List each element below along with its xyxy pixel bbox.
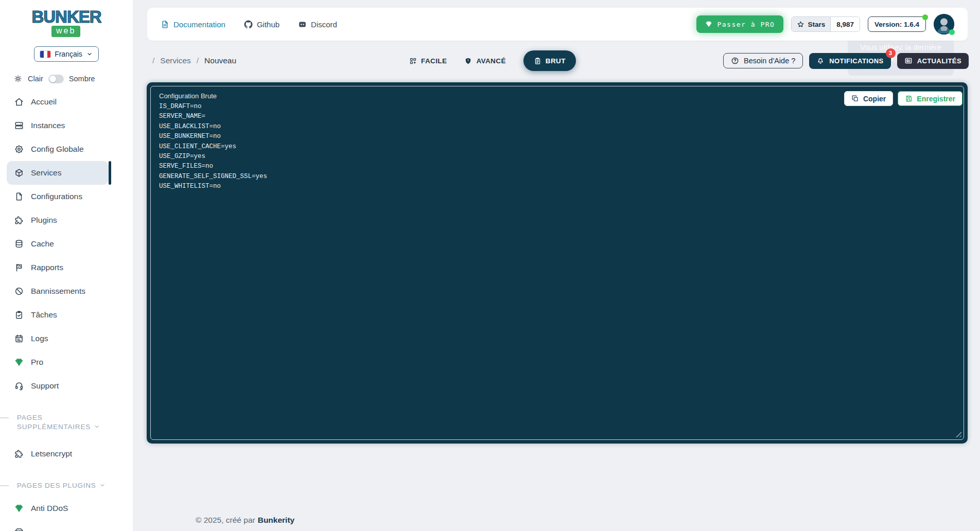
sidebar-item-config-globale[interactable]: Config Globale <box>0 137 133 161</box>
sidebar-item-label: Configurations <box>31 192 82 201</box>
sidebar-item-instances[interactable]: Instances <box>0 114 133 137</box>
discord-icon <box>298 20 307 29</box>
chevron-down-icon <box>94 423 100 430</box>
copyright: © 2025, créé parBunkerity <box>196 516 294 525</box>
save-icon <box>905 95 913 102</box>
theme-switch[interactable] <box>48 75 64 83</box>
header-link-discord[interactable]: Discord <box>298 20 337 29</box>
sidebar-item-letsencrypt[interactable]: Letsencrypt <box>0 442 133 466</box>
github-stars-widget[interactable]: Stars 8,987 <box>791 16 860 32</box>
sidebar-item-label: Tâches <box>31 310 57 320</box>
sidebar-item-services[interactable]: Services <box>7 161 109 185</box>
sidebar-item-label: Services <box>31 168 61 178</box>
breadcrumb: / Services / Nouveau <box>152 49 236 73</box>
gem-icon <box>14 358 24 367</box>
mode-button-avanc[interactable]: AVANCÉ <box>464 57 505 65</box>
sidebar-item-bannissements[interactable]: Bannissements <box>0 279 133 303</box>
headset-icon <box>14 381 24 391</box>
clipboard-check-icon <box>14 310 24 320</box>
save-button[interactable]: Enregistrer <box>898 91 962 106</box>
sidebar-item-pro[interactable]: Pro <box>0 350 133 374</box>
switch-knob <box>49 76 56 82</box>
flag-icon <box>14 263 24 272</box>
bunkerity-link[interactable]: Bunkerity <box>258 516 295 524</box>
header-link-label: Discord <box>311 20 337 29</box>
gear-icon <box>14 145 24 154</box>
header-right-group: Passer à PRO Stars 8,987 Version: 1.6.4 <box>696 14 954 34</box>
top-header-card: Documentation Github Discord Passer à PR… <box>147 8 968 41</box>
version-button[interactable]: Version: 1.6.4 <box>868 16 926 32</box>
sidebar-item-rapports[interactable]: Rapports <box>0 256 133 279</box>
calendar-icon <box>14 334 24 343</box>
theme-light-label: Clair <box>28 75 43 83</box>
copy-button[interactable]: Copier <box>844 91 893 106</box>
breadcrumb-services-link[interactable]: Services <box>160 56 190 65</box>
sidebar-item-label: Accueil <box>31 97 57 107</box>
header-link-documentation[interactable]: Documentation <box>161 20 225 29</box>
logo-web-badge: web <box>51 26 80 37</box>
sidebar-item-accueil[interactable]: Accueil <box>0 90 133 114</box>
sidebar-item-cache[interactable]: Cache <box>0 232 133 256</box>
avatar[interactable] <box>934 14 954 34</box>
database-icon <box>14 239 24 249</box>
mode-button-facile[interactable]: FACILE <box>409 57 447 65</box>
file-icon <box>14 192 24 201</box>
upgrade-pro-button[interactable]: Passer à PRO <box>696 15 783 33</box>
shield-icon <box>464 57 472 65</box>
language-label: Français <box>55 50 82 58</box>
gem-icon <box>705 21 712 28</box>
header-link-label: Documentation <box>173 20 225 29</box>
question-circle-icon <box>731 57 739 65</box>
help-button[interactable]: Besoin d'Aide ? <box>723 53 803 68</box>
sidebar-item-label: Bannissements <box>31 287 85 296</box>
copy-icon <box>851 95 859 102</box>
notifications-button[interactable]: NOTIFICATIONS 3 <box>809 53 890 69</box>
sidebar-item-logs[interactable]: Logs <box>0 327 133 350</box>
page-toolbar: / Services / Nouveau FACILE AVANCÉ BRUT <box>133 49 980 73</box>
sidebar-nav: Accueil Instances Config Globale Service… <box>0 90 133 398</box>
sidebar-item-label: Instances <box>31 121 65 130</box>
mode-switcher: FACILE AVANCÉ BRUT <box>409 49 576 73</box>
config-editor-content[interactable]: IS_DRAFT=no SERVER_NAME= USE_BLACKLIST=n… <box>159 102 955 192</box>
gem-icon <box>14 504 24 513</box>
section-heading-plugin-pages[interactable]: PAGES DES PLUGINS <box>17 481 113 490</box>
sidebar-item-anti-ddos[interactable]: Anti DDoS <box>0 497 133 520</box>
notifications-badge: 3 <box>886 48 896 58</box>
editor-label: Configuration Brute <box>159 92 955 100</box>
server-icon <box>14 121 24 130</box>
header-link-github[interactable]: Github <box>244 20 279 29</box>
toolbar-right-group: Besoin d'Aide ? NOTIFICATIONS 3 ACTUALIT… <box>723 49 969 73</box>
theme-dark-label: Sombre <box>69 75 95 83</box>
star-icon <box>797 21 804 28</box>
news-button[interactable]: ACTUALITÉS <box>897 53 969 69</box>
section-heading-extra-pages[interactable]: PAGES SUPPLÉMENTAIRES <box>17 413 113 432</box>
cube-icon <box>14 168 24 178</box>
sidebar-item-label: Logs <box>31 334 48 343</box>
raw-config-editor-card: Configuration Brute IS_DRAFT=no SERVER_N… <box>147 82 968 444</box>
sidebar-item-label: Rapports <box>31 263 63 272</box>
mode-label: BRUT <box>546 57 566 65</box>
sidebar-item-support[interactable]: Support <box>0 374 133 398</box>
sidebar-item-t-ches[interactable]: Tâches <box>0 303 133 327</box>
resize-handle[interactable] <box>954 430 961 437</box>
grid-plus-icon <box>409 57 417 65</box>
page-footer: © 2025, créé parBunkerity <box>133 516 980 531</box>
mode-button-brut[interactable]: BRUT <box>523 50 576 71</box>
bell-icon <box>816 57 825 65</box>
stars-count: 8,987 <box>830 17 860 31</box>
puzzle-icon <box>14 449 24 458</box>
main-area: Documentation Github Discord Passer à PR… <box>133 0 980 531</box>
editor-actions: Copier Enregistrer <box>844 91 962 106</box>
logo-text: BUNKER <box>0 7 133 27</box>
sidebar-item-plugins[interactable]: Plugins <box>0 208 133 232</box>
sidebar-item-label: Support <box>31 381 59 391</box>
language-selector[interactable]: Français <box>34 46 99 62</box>
sun-icon <box>13 74 23 83</box>
stars-label: Stars <box>808 21 825 28</box>
sidebar-item-blank[interactable] <box>0 520 133 531</box>
mode-label: AVANCÉ <box>476 57 505 65</box>
sidebar-item-configurations[interactable]: Configurations <box>0 185 133 208</box>
bunkerweb-logo[interactable]: BUNKER web <box>0 7 133 35</box>
raw-config-editor[interactable]: Configuration Brute IS_DRAFT=no SERVER_N… <box>150 86 964 440</box>
sidebar-extra-nav: Letsencrypt <box>0 442 133 466</box>
